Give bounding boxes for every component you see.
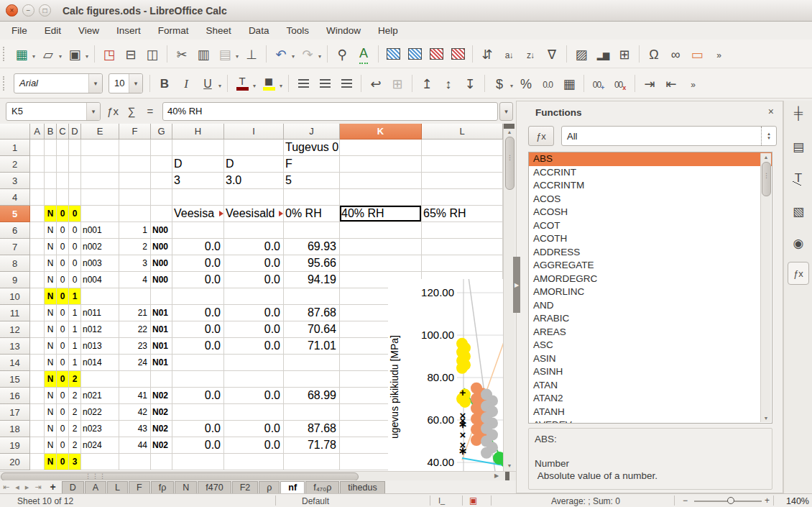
cell-C20[interactable]: 0: [57, 454, 69, 470]
list-scrollbar-thumb[interactable]: ⋮: [762, 162, 771, 196]
cell-D6[interactable]: 0: [69, 222, 81, 239]
function-wizard-button[interactable]: ƒx: [103, 103, 122, 120]
zoom-out-button[interactable]: −: [683, 495, 688, 506]
cell-C6[interactable]: 0: [57, 222, 69, 239]
insert-mode-icon[interactable]: I_: [438, 496, 445, 505]
cell-C7[interactable]: 0: [57, 239, 69, 255]
formatting-overflow-button[interactable]: »: [683, 73, 702, 93]
cell-D14[interactable]: 1: [69, 355, 81, 371]
cell-H11[interactable]: 0.0: [172, 305, 224, 321]
align-bottom-button[interactable]: ↧: [461, 73, 479, 93]
menu-window[interactable]: Window: [318, 23, 369, 38]
function-item-ATAN2[interactable]: ATAN2: [529, 392, 772, 406]
cell-C1[interactable]: [57, 140, 69, 156]
cell-J3[interactable]: 5: [284, 173, 340, 189]
horizontal-scrollbar[interactable]: ⋮⋮⋮ ▶: [0, 471, 516, 480]
cell-B2[interactable]: [45, 156, 57, 173]
cell-B11[interactable]: N: [45, 305, 57, 321]
open-button[interactable]: ▱: [39, 44, 57, 64]
cell-G6[interactable]: N00: [151, 222, 172, 239]
cell-A3[interactable]: [30, 173, 45, 189]
function-item-ACOTH[interactable]: ACOTH: [529, 232, 772, 246]
cell-E1[interactable]: [81, 140, 119, 156]
cell-F12[interactable]: 22: [119, 321, 151, 338]
cell-L7[interactable]: [422, 239, 503, 255]
cell-F10[interactable]: [119, 288, 151, 305]
cell-E8[interactable]: n003: [81, 255, 119, 272]
cell-A16[interactable]: [30, 388, 45, 404]
cell-A5[interactable]: [30, 206, 45, 222]
font-name-combobox[interactable]: Arial▾: [14, 73, 103, 93]
spelling-button[interactable]: A: [354, 44, 373, 64]
cell-D8[interactable]: 0: [69, 255, 81, 272]
chevron-down-icon[interactable]: ▾: [292, 47, 295, 60]
cell-A18[interactable]: [30, 421, 45, 437]
cell-I8[interactable]: 0.0: [224, 255, 284, 272]
cell-C18[interactable]: 0: [57, 421, 69, 437]
cell-I2[interactable]: D: [224, 156, 284, 173]
delete-decimal-button[interactable]: 00x: [611, 73, 629, 93]
cell-D3[interactable]: [69, 173, 81, 189]
cell-I6[interactable]: [224, 222, 284, 239]
row-header-10[interactable]: 10: [0, 288, 30, 305]
function-item-ACOSH[interactable]: ACOSH: [529, 206, 772, 219]
cell-E9[interactable]: n004: [81, 272, 119, 288]
cell-B8[interactable]: N: [45, 255, 57, 272]
vertical-split-handle[interactable]: [504, 124, 515, 129]
scroll-down-icon[interactable]: ▼: [504, 463, 515, 468]
column-header-A[interactable]: A: [30, 124, 45, 140]
cell-I11[interactable]: 0.0: [224, 305, 284, 321]
cell-G11[interactable]: N01: [151, 305, 172, 321]
cell-J13[interactable]: 71.01: [284, 338, 340, 355]
cell-J17[interactable]: [284, 404, 340, 421]
cell-H1[interactable]: [172, 140, 224, 156]
close-icon[interactable]: ×: [768, 106, 774, 117]
row-header-1[interactable]: 1: [0, 140, 30, 156]
cell-F5[interactable]: [119, 206, 151, 222]
cell-D4[interactable]: [69, 189, 81, 206]
cell-E3[interactable]: [81, 173, 119, 189]
sheet-tab-nf[interactable]: nf: [280, 481, 305, 493]
formula-input[interactable]: 40% RH: [162, 102, 498, 121]
cell-G13[interactable]: N01: [151, 338, 172, 355]
row-header-6[interactable]: 6: [0, 222, 30, 239]
chevron-down-icon[interactable]: ▾: [59, 47, 62, 60]
row-header-3[interactable]: 3: [0, 173, 30, 189]
cell-F2[interactable]: [119, 156, 151, 173]
cell-I18[interactable]: 0.0: [224, 421, 284, 437]
find-replace-button[interactable]: ⚲: [333, 44, 351, 64]
decrease-indent-button[interactable]: ⇤: [662, 73, 680, 93]
toolbar-grip[interactable]: [3, 76, 6, 91]
cell-E14[interactable]: n014: [81, 355, 119, 371]
chevron-down-icon[interactable]: ▾: [86, 103, 100, 120]
cell-G9[interactable]: N00: [151, 272, 172, 288]
cell-A10[interactable]: [30, 288, 45, 305]
page-style-label[interactable]: Default: [302, 496, 329, 506]
cell-C3[interactable]: [57, 173, 69, 189]
spinner-icons[interactable]: ▴▾: [761, 127, 776, 145]
copy-button[interactable]: ▥: [194, 44, 213, 64]
cell-J4[interactable]: [284, 189, 340, 206]
cell-K8[interactable]: [340, 255, 422, 272]
cell-I14[interactable]: [224, 355, 284, 371]
cell-A14[interactable]: [30, 355, 45, 371]
chevron-down-icon[interactable]: ▾: [318, 47, 321, 60]
cell-H3[interactable]: 3: [172, 173, 224, 189]
cell-B17[interactable]: N: [45, 404, 57, 421]
cell-K5[interactable]: 40% RH: [340, 206, 422, 222]
function-list[interactable]: ABSACCRINTACCRINTMACOSACOSHACOTACOTHADDR…: [528, 152, 772, 424]
cell-B14[interactable]: N: [45, 355, 57, 371]
cell-G5[interactable]: [151, 206, 172, 222]
cell-I7[interactable]: 0.0: [224, 239, 284, 255]
cell-A8[interactable]: [30, 255, 45, 272]
menu-sheet[interactable]: Sheet: [198, 23, 240, 38]
document-modified-icon[interactable]: ▣: [469, 495, 477, 506]
cell-B19[interactable]: N: [45, 437, 57, 454]
cell-H10[interactable]: [172, 288, 224, 305]
column-header-H[interactable]: H: [172, 124, 224, 140]
selection-stats-label[interactable]: Average: ; Sum: 0: [503, 496, 668, 506]
menu-tools[interactable]: Tools: [277, 23, 318, 38]
menu-help[interactable]: Help: [369, 23, 407, 38]
column-header-E[interactable]: E: [81, 124, 119, 140]
sheet-tab-f470[interactable]: f470: [198, 481, 231, 493]
